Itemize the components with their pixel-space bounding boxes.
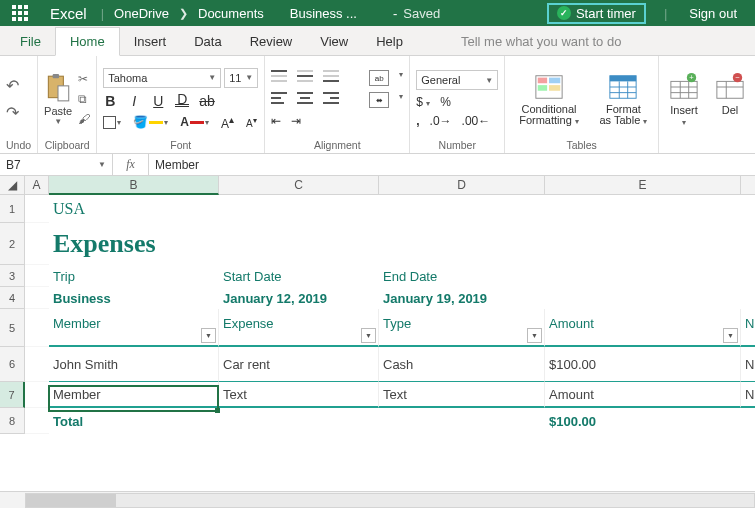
format-painter-icon[interactable]: 🖌 [78,112,90,126]
horizontal-scrollbar[interactable] [0,491,755,508]
cell-a8[interactable] [25,408,49,434]
number-format-select[interactable]: General▼ [416,70,498,90]
cell-e6[interactable]: $100.00 [545,347,741,382]
increase-indent-icon[interactable]: ⇥ [291,114,301,128]
col-header-b[interactable]: B [49,176,219,195]
cell-d4[interactable]: January 19, 2019 [379,287,545,309]
cell-f3[interactable] [741,265,755,287]
tab-help[interactable]: Help [362,28,417,55]
select-all-corner[interactable]: ◢ [0,176,25,195]
cell-c7[interactable]: Text [219,382,379,408]
col-header-d[interactable]: D [379,176,545,195]
align-center-icon[interactable] [297,92,313,104]
cell-th-member[interactable]: Member▼ [49,309,219,347]
sign-out-link[interactable]: Sign out [671,6,755,21]
col-header-f[interactable] [741,176,755,195]
cell-e3[interactable] [545,265,741,287]
cell-b7[interactable]: Member [49,382,219,408]
col-header-c[interactable]: C [219,176,379,195]
cell-a5[interactable] [25,309,49,347]
row-header-1[interactable]: 1 [0,195,25,223]
cut-icon[interactable]: ✂ [78,72,90,86]
filter-icon[interactable]: ▼ [201,328,216,343]
cell-f4[interactable] [741,287,755,309]
cell-b3[interactable]: Trip [49,265,219,287]
cell-a2[interactable] [25,223,49,265]
document-name[interactable]: Business ... [270,6,393,21]
cell-e8[interactable]: $100.00 [545,408,741,434]
cell-a4[interactable] [25,287,49,309]
comma-style-button[interactable]: , [416,114,419,128]
cell-th-notes[interactable]: Notes [741,309,755,347]
percent-button[interactable]: % [440,95,451,109]
currency-button[interactable]: $ ▾ [416,95,430,109]
filter-icon[interactable]: ▼ [361,328,376,343]
cell-d3[interactable]: End Date [379,265,545,287]
decrease-indent-icon[interactable]: ⇤ [271,114,281,128]
cell-d8[interactable] [379,408,545,434]
cell-c4[interactable]: January 12, 2019 [219,287,379,309]
align-bottom-icon[interactable] [323,70,339,82]
breadcrumb-onedrive[interactable]: OneDrive [108,6,175,21]
cell-b4[interactable]: Business [49,287,219,309]
fill-color-button[interactable]: 🪣▾ [133,115,168,129]
row-header-7[interactable]: 7 [0,382,25,408]
align-middle-icon[interactable] [297,70,313,82]
col-header-a[interactable]: A [25,176,49,195]
tab-home[interactable]: Home [55,27,120,56]
underline-button[interactable]: U [151,93,165,109]
cell-e4[interactable] [545,287,741,309]
app-launcher-icon[interactable] [0,5,40,21]
decrease-decimal-button[interactable]: .00← [462,114,491,128]
spreadsheet-grid[interactable]: ◢ A B C D E 1 USA 2 Expenses 3 Trip Star… [0,176,755,508]
cell-c6[interactable]: Car rent [219,347,379,382]
cell-b6[interactable]: John Smith [49,347,219,382]
row-header-8[interactable]: 8 [0,408,25,434]
cell-a3[interactable] [25,265,49,287]
font-name-select[interactable]: Tahoma▼ [103,68,221,88]
row-header-5[interactable]: 5 [0,309,25,347]
name-box[interactable]: B7▼ [0,154,113,175]
delete-cells-button[interactable]: − Del [711,72,749,127]
row-header-3[interactable]: 3 [0,265,25,287]
border-button[interactable]: ▾ [103,116,121,129]
align-left-icon[interactable] [271,92,287,104]
filter-icon[interactable]: ▼ [723,328,738,343]
fx-icon[interactable]: fx [113,154,149,175]
cell-c8[interactable] [219,408,379,434]
redo-icon[interactable]: ↷ [6,103,19,122]
cell-d6[interactable]: Cash [379,347,545,382]
cell-b8[interactable]: Total [49,408,219,434]
wrap-text-icon[interactable]: ab [369,70,389,86]
cell-a7[interactable] [25,382,49,408]
font-size-select[interactable]: 11▼ [224,68,258,88]
cell-f8[interactable] [741,408,755,434]
cell-a1[interactable] [25,195,49,223]
double-underline-button[interactable]: D [175,94,189,107]
italic-button[interactable]: I [127,93,141,109]
row-header-2[interactable]: 2 [0,223,25,265]
merge-icon[interactable]: ⬌ [369,92,389,108]
row-header-4[interactable]: 4 [0,287,25,309]
cell-e7[interactable]: Amount [545,382,741,408]
cell-f7[interactable]: Note [741,382,755,408]
cell-f6[interactable]: Note [741,347,755,382]
row-header-6[interactable]: 6 [0,347,25,382]
decrease-font-button[interactable]: A▾ [246,115,257,129]
insert-cells-button[interactable]: + Insert▾ [665,72,703,127]
strikethrough-button[interactable]: ab [199,93,215,109]
tab-data[interactable]: Data [180,28,235,55]
tell-me-search[interactable]: Tell me what you want to do [447,28,635,55]
tab-view[interactable]: View [306,28,362,55]
copy-icon[interactable]: ⧉ [78,92,90,106]
align-top-icon[interactable] [271,70,287,82]
bold-button[interactable]: B [103,93,117,109]
col-header-e[interactable]: E [545,176,741,195]
breadcrumb-documents[interactable]: Documents [192,6,270,21]
filter-icon[interactable]: ▼ [527,328,542,343]
tab-review[interactable]: Review [236,28,307,55]
increase-font-button[interactable]: A▴ [221,114,234,131]
cell-c3[interactable]: Start Date [219,265,379,287]
increase-decimal-button[interactable]: .0→ [430,114,452,128]
font-color-button[interactable]: A▾ [180,115,209,129]
